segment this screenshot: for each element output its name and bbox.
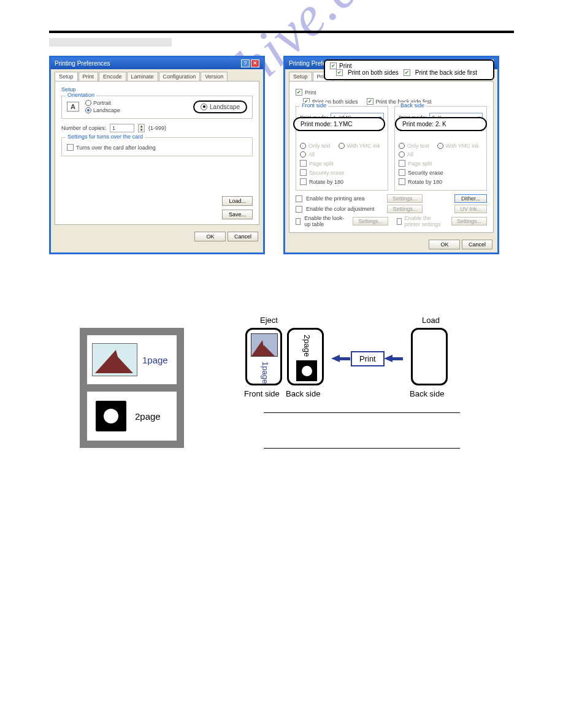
checkbox-security-erase-back[interactable] [399,169,405,176]
mountain-icon [93,344,137,376]
copies-hint: (1-999) [148,125,166,131]
window-title: Printing Preferences [55,60,110,67]
tab-configuration[interactable]: Configuration [159,72,201,81]
opt-only-text: Only text [407,143,429,149]
enable-color-label: Enable the color adjustment [306,206,375,212]
checkbox-print[interactable]: ✔ [296,89,302,96]
front-side-label: Front side [244,389,280,398]
callout-landscape-text: Landscape [210,104,240,110]
ok-button[interactable]: OK [429,240,460,249]
callout-print-options: ✔Print ✔Print on both sides ✔Print the b… [324,59,494,80]
settings-button[interactable]: Settings... [387,205,423,213]
copies-input[interactable]: 1 [110,124,134,132]
page2-label: 2page [135,411,161,422]
radio-portrait[interactable]: Portrait [85,100,120,106]
callout-back-print-mode: Print mode: 2. K [395,117,487,131]
close-button[interactable]: ✕ [251,59,259,67]
copies-label: Number of copies: [61,125,106,131]
orientation-icon: A [67,102,79,112]
front-side-label: Front side [300,102,328,108]
tab-setup[interactable]: Setup [289,72,312,81]
tab-laminate[interactable]: Laminate [127,72,158,81]
opt-page-split: Page split [309,161,334,167]
enable-printer-label: Enable the printer settings [404,215,448,227]
print-action-label: Print [351,351,385,366]
callout-landscape-pill: Landscape [193,100,247,113]
help-button[interactable]: ? [241,59,250,67]
ok-button[interactable]: OK [194,232,226,241]
tab-version[interactable]: Version [201,72,228,81]
back-side-label: Back side [399,102,426,108]
checkbox-turns-over[interactable] [67,144,74,151]
save-button[interactable]: Save... [222,210,253,219]
checkbox-rotate-front[interactable] [300,178,307,185]
page2-vertical-label: 2page [302,335,312,357]
dialog-setup: Printing Preferences ? ✕ Setup Print Enc… [49,56,265,254]
opt-all: All [308,151,315,157]
checkbox-print-label: Print [305,89,316,96]
opt-rotate-front: Rotate by 180 [309,179,343,185]
radio-landscape-label: Landscape [93,107,120,113]
checkbox-turns-over-label: Turns over the card after loading [76,145,156,151]
eject-label: Eject [260,316,278,325]
header-gray-bar [49,38,172,47]
example-print-flow: Eject 1page Front side 2page Back side P… [239,328,514,448]
checkbox-back-first[interactable]: ✔ [367,98,373,105]
turns-group-label: Settings for turns over the card [66,134,145,140]
checkbox-enable-area[interactable] [296,195,302,202]
cancel-button[interactable]: Cancel [462,240,492,249]
page1-label: 1page [142,355,168,365]
copies-spinner[interactable]: ▴▾ [138,124,145,132]
enable-area-label: Enable the printing area [306,195,365,202]
enable-lookup-label: Enable the look-up table [304,215,345,227]
example-layout-stack: 1page 2page [49,328,239,448]
titlebar: Printing Preferences ? ✕ [51,58,263,69]
dither-button[interactable]: Dither... [454,194,487,203]
settings-button[interactable]: Settings... [353,217,388,226]
opt-all: All [407,151,413,157]
dialog-print: Printing Preferences ? ✕ Setup Print Enc… [283,56,499,254]
opt-rotate-back: Rotate by 180 [408,179,442,185]
checkbox-rotate-back[interactable] [399,178,405,185]
circle-icon [96,401,126,431]
tab-print[interactable]: Print [79,72,99,81]
page1-vertical-label: 1page [261,362,270,384]
opt-only-text: Only text [308,143,331,149]
opt-with-ymc: With YMC ink [347,143,380,149]
opt-with-ymc: With YMC ink [446,143,479,149]
uv-ink-button[interactable]: UV Ink... [454,205,487,213]
cancel-button[interactable]: Cancel [228,232,258,241]
opt-page-split: Page split [408,161,432,167]
checkbox-enable-color[interactable] [296,206,302,213]
opt-security-erase: Security erase [309,170,345,176]
tab-setup[interactable]: Setup [55,72,78,81]
radio-portrait-label: Portrait [93,100,111,106]
radio-landscape[interactable]: Landscape [85,107,120,113]
back-side-label: Back side [410,389,444,398]
tab-encode[interactable]: Encode [99,72,126,81]
callout-backfirst: Print the back side first [415,69,477,76]
callout-both: Print on both sides [348,69,399,76]
mountain-icon [251,333,278,357]
settings-button[interactable]: Settings... [387,194,423,203]
callout-print: Print [339,63,352,69]
callout-front-print-mode: Print mode: 1.YMC [293,117,385,131]
circle-icon [296,360,317,381]
settings-button[interactable]: Settings... [451,217,487,226]
load-label: Load [422,316,440,325]
orientation-group-label: Orientation [66,92,96,98]
header-rule [49,31,514,33]
tabs: Setup Print Encode Laminate Configuratio… [51,69,263,81]
checkbox-enable-lookup[interactable] [296,218,301,225]
load-button[interactable]: Load... [222,196,253,206]
opt-security-erase: Security erase [408,170,443,176]
back-side-label: Back side [286,389,320,398]
